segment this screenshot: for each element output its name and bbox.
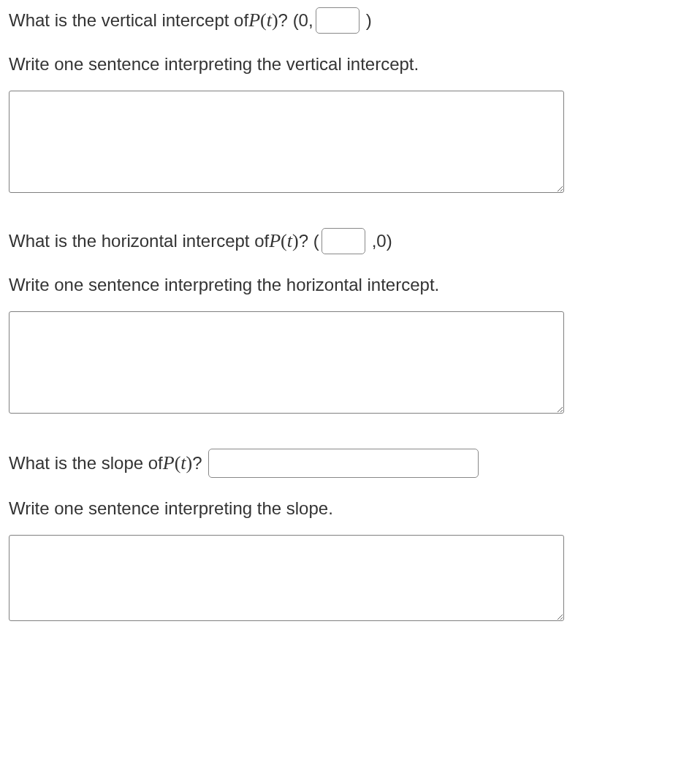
vertical-intercept-input[interactable]: [316, 7, 359, 34]
close-paren: ): [292, 230, 299, 252]
horizontal-intercept-close: ,0): [372, 231, 392, 251]
horizontal-intercept-input[interactable]: [322, 228, 365, 254]
vertical-intercept-interpret-prompt: Write one sentence interpreting the vert…: [9, 54, 691, 75]
vertical-intercept-interpret-input[interactable]: [9, 91, 564, 193]
slope-prefix: What is the slope of: [9, 453, 163, 473]
slope-input[interactable]: [208, 449, 479, 478]
open-paren: (: [260, 9, 267, 31]
close-paren: ): [186, 452, 193, 474]
horizontal-intercept-after: ? (: [299, 231, 319, 251]
horizontal-intercept-interpret-input[interactable]: [9, 311, 564, 414]
vertical-intercept-after: ? (0,: [278, 10, 313, 31]
slope-question: What is the slope of P ( t ) ?: [9, 449, 691, 478]
vertical-intercept-prefix: What is the vertical intercept of: [9, 10, 248, 31]
horizontal-intercept-question: What is the horizontal intercept of P ( …: [9, 228, 691, 254]
function-name: P: [163, 452, 175, 474]
horizontal-intercept-prefix: What is the horizontal intercept of: [9, 231, 269, 251]
vertical-intercept-question: What is the vertical intercept of P ( t …: [9, 7, 691, 34]
slope-interpret-prompt: Write one sentence interpreting the slop…: [9, 498, 691, 519]
open-paren: (: [175, 452, 181, 474]
function-name: P: [269, 230, 281, 252]
vertical-intercept-close: ): [366, 10, 372, 31]
open-paren: (: [281, 230, 287, 252]
function-name: P: [248, 9, 260, 31]
close-paren: ): [272, 9, 278, 31]
slope-after: ?: [192, 453, 202, 473]
slope-interpret-input[interactable]: [9, 535, 564, 621]
function-arg: t: [287, 230, 292, 252]
function-arg: t: [267, 9, 272, 31]
horizontal-intercept-interpret-prompt: Write one sentence interpreting the hori…: [9, 275, 691, 295]
function-arg: t: [180, 452, 186, 474]
